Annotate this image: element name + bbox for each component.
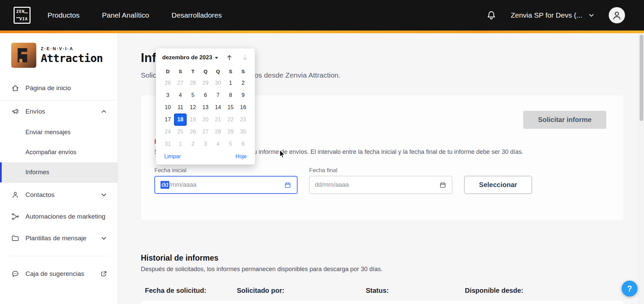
calendar-footer: Limpar Hoje [162, 154, 249, 160]
sidebar-item-envios[interactable]: Envíos [0, 101, 118, 122]
calendar-day-14[interactable]: 14 [212, 101, 224, 114]
calendar-day-22: 22 [224, 114, 237, 126]
history-title: Historial de informes [141, 254, 219, 263]
calendar-day-18-selected[interactable]: 18 [174, 114, 187, 126]
avatar[interactable] [609, 7, 625, 23]
calendar-day-1: 1 [174, 138, 187, 150]
calendar-day-10[interactable]: 10 [162, 101, 174, 114]
calendar-weekday-label: S [237, 65, 249, 77]
calendar-day-9[interactable]: 9 [237, 89, 249, 101]
sidebar-item-enviar-mensajes[interactable]: Enviar mensajes [0, 122, 118, 142]
dropdown-arrow-icon [215, 57, 218, 59]
calendar-day-19: 19 [187, 114, 199, 126]
calendar-day-26: 26 [187, 126, 199, 138]
sidebar-item-label: Automaciones de marketing [25, 213, 106, 220]
end-date-input[interactable]: dd/mm/aaaa [309, 176, 452, 194]
sidebar-item-automaciones-de-marketing[interactable]: Automaciones de marketing [0, 206, 118, 227]
calendar-day-21: 21 [212, 114, 224, 126]
calendar-day-5[interactable]: 5 [187, 89, 199, 101]
next-month-arrow-icon[interactable] [241, 54, 249, 61]
help-question-icon: ? [627, 284, 632, 293]
notifications-bell-icon[interactable] [486, 10, 496, 20]
logo-text-top: ZEN [16, 9, 25, 14]
sidebar-item-label: Plantillas de mensaje [25, 235, 87, 242]
calendar-day-13[interactable]: 13 [199, 101, 212, 114]
calendar-day-16[interactable]: 16 [237, 101, 249, 114]
sidebar-item-pagina-de-inicio[interactable]: Página de inicio [0, 77, 118, 99]
nav-item-productos[interactable]: Productos [48, 11, 80, 19]
calendar-day-30: 30 [212, 77, 224, 89]
previous-month-arrow-icon[interactable] [226, 54, 233, 61]
calendar-day-2[interactable]: 2 [237, 77, 249, 89]
calendar-day-15[interactable]: 15 [224, 101, 237, 114]
home-icon [11, 84, 19, 92]
attraction-logo-image [11, 43, 36, 68]
history-column-header: Status: [366, 287, 389, 295]
calendar-today-link[interactable]: Hoje [235, 154, 247, 160]
calendar-day-6: 6 [237, 138, 249, 150]
calendar-day-20: 20 [199, 114, 212, 126]
calendar-day-30: 30 [237, 126, 249, 138]
calendar-day-8[interactable]: 8 [224, 89, 237, 101]
calendar-day-11[interactable]: 11 [174, 101, 187, 114]
sidebar-item-acompanar-envios[interactable]: Acompañar envíos [0, 142, 118, 162]
start-date-input[interactable]: dd/mm/aaaa [154, 176, 298, 194]
calendar-day-4[interactable]: 4 [174, 89, 187, 101]
calendar-day-6[interactable]: 6 [199, 89, 212, 101]
top-navbar: ZEN VIA ProductosPanel AnalíticoDesarrol… [0, 0, 644, 31]
sidebar-nav: Página de inicioEnvíosEnviar mensajesAco… [0, 77, 118, 285]
calendar-weekday-label: S [224, 65, 237, 77]
brand-text: Z·E·N·V·I·A Attraction [41, 46, 103, 65]
calendar-day-26: 26 [162, 77, 174, 89]
scrollbar-thumb[interactable] [640, 35, 643, 121]
calendar-icon[interactable] [284, 181, 291, 189]
sidebar-divider [9, 256, 109, 256]
calendar-day-29: 29 [224, 126, 237, 138]
sidebar-item-plantillas-de-mensaje[interactable]: Plantillas de mensaje [0, 227, 118, 249]
calendar-day-7[interactable]: 7 [212, 89, 224, 101]
sidebar-item-label: Página de inicio [25, 84, 71, 92]
calendar-clear-link[interactable]: Limpar [164, 154, 181, 160]
chevron-up-icon [100, 108, 108, 115]
sidebar: Z·E·N·V·I·A Attraction Página de inicioE… [0, 33, 118, 304]
calendar-day-12[interactable]: 12 [187, 101, 199, 114]
sidebar-item-caja-de-sugerencias[interactable]: Caja de sugerencias [0, 263, 118, 285]
calendar-day-1[interactable]: 1 [224, 77, 237, 89]
sidebar-item-label: Informes [25, 169, 49, 176]
calendar-header: dezembro de 2023 [162, 54, 249, 61]
chevron-down-icon [100, 235, 108, 242]
external-link-icon [100, 270, 108, 278]
calendar-day-4: 4 [212, 138, 224, 150]
chevron-down-icon [588, 12, 595, 19]
chevron-down-icon [100, 191, 108, 199]
select-dates-button[interactable]: Seleccionar [464, 176, 532, 194]
page-scrollbar[interactable] [639, 33, 644, 304]
brand-word: Z·E·N·V·I·A [41, 46, 103, 51]
calendar-grid: DSTQQSS262728293012345678910111213141516… [162, 65, 249, 150]
date-picker-popup: dezembro de 2023 DSTQQSS2627282930123456… [156, 48, 255, 165]
attraction-brand: Z·E·N·V·I·A Attraction [0, 33, 118, 76]
nav-item-desarrolladores[interactable]: Desarrolladores [172, 11, 222, 19]
calendar-day-28: 28 [187, 77, 199, 89]
end-date-label: Fecha final [309, 167, 337, 174]
date-segment-rest: /mm/aaaa [169, 181, 196, 188]
help-button[interactable]: ? [622, 281, 638, 297]
zenvia-logo[interactable]: ZEN VIA [14, 7, 31, 24]
nav-item-panel-analitico[interactable]: Panel Analítico [102, 11, 149, 19]
calendar-day-3[interactable]: 3 [162, 89, 174, 101]
sidebar-item-label: Caja de sugerencias [25, 270, 84, 278]
calendar-month-selector[interactable]: dezembro de 2023 [162, 54, 218, 61]
sidebar-item-contactos[interactable]: Contactos [0, 184, 118, 206]
calendar-day-5: 5 [224, 138, 237, 150]
sidebar-item-label: Envíos [25, 108, 45, 115]
calendar-day-27: 27 [174, 77, 187, 89]
history-header-row: Fecha de solicitud:Solicitado por:Status… [118, 287, 639, 297]
calendar-day-17[interactable]: 17 [162, 114, 174, 126]
sidebar-group: EnvíosEnviar mensajesAcompañar envíosInf… [0, 100, 118, 183]
calendar-icon[interactable] [439, 181, 447, 189]
calendar-month-label: dezembro de 2023 [162, 54, 212, 61]
account-selector[interactable]: Zenvia SP for Devs (... [511, 11, 595, 19]
main-content: Informes de envío Solicita informes de l… [118, 33, 639, 304]
sidebar-item-informes[interactable]: Informes [0, 162, 118, 182]
request-report-button[interactable]: Solicitar informe [523, 111, 606, 129]
